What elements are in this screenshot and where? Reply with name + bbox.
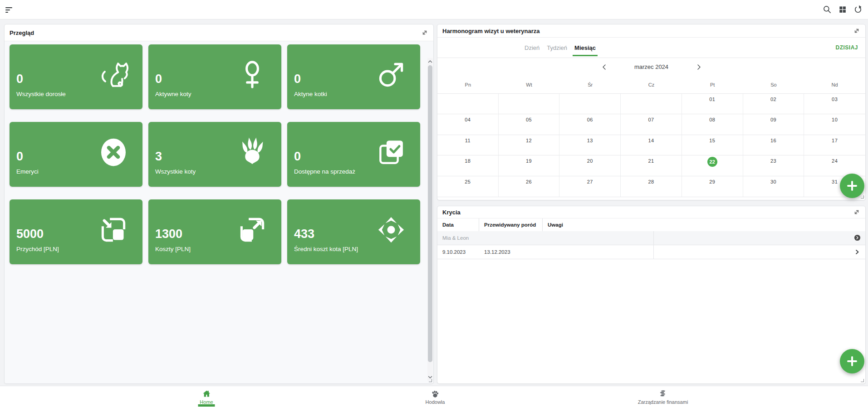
calendar-day-cell[interactable]: 30 <box>743 176 804 197</box>
nav-item-hodowla[interactable]: Hodowla <box>426 386 445 407</box>
calendar-day-cell[interactable]: 19 <box>499 155 560 176</box>
calendar-day-cell[interactable]: 18 <box>437 155 499 176</box>
apps-grid-icon[interactable] <box>838 5 847 14</box>
vet-schedule-panel: Harmonogram wizyt u weterynarza Dzień Ty… <box>437 24 866 200</box>
calendar-day-number: 03 <box>832 97 838 114</box>
matings-header: Krycia <box>437 206 865 218</box>
tab-miesiac[interactable]: Miesiąc <box>571 38 599 58</box>
matings-title: Krycia <box>442 206 461 218</box>
stat-label: Średni koszt kota [PLN] <box>294 246 358 252</box>
calendar-day-cell[interactable] <box>499 94 560 114</box>
calendar-day-cell[interactable]: 12 <box>499 135 560 155</box>
column-header-notes[interactable]: Uwagi <box>543 218 653 231</box>
calendar-day-cell[interactable]: 27 <box>559 176 621 197</box>
next-month-icon[interactable] <box>695 63 702 71</box>
overview-panel-title: Przegląd <box>10 24 34 41</box>
mating-table-row[interactable]: 9.10.2023 13.12.2023 <box>437 245 865 259</box>
calendar-day-cell[interactable]: 09 <box>743 114 804 135</box>
tab-dzien[interactable]: Dzień <box>521 38 543 58</box>
calendar-day-number: 05 <box>526 117 532 134</box>
refresh-icon[interactable] <box>853 5 863 14</box>
calendar-day-cell[interactable]: 20 <box>559 155 621 176</box>
stat-tiles-grid: 0 Wszystkie dorosłe 0 Aktywne koty 0 <box>10 44 420 264</box>
sort-icon[interactable] <box>5 7 13 13</box>
calendar-day-cell[interactable]: 07 <box>621 114 682 135</box>
nav-item-finanse[interactable]: Zarządzanie finansami <box>638 386 688 407</box>
stat-tile-average-cost[interactable]: 433 Średni koszt kota [PLN] <box>287 199 420 264</box>
calendar-day-cell[interactable]: 06 <box>559 114 621 135</box>
calendar-day-cell[interactable]: 22 <box>682 155 743 176</box>
stat-tile-costs[interactable]: 1300 Koszty [PLN] <box>148 199 281 264</box>
calendar-day-cell[interactable]: 04 <box>437 114 499 135</box>
stat-label: Wszystkie koty <box>155 168 196 175</box>
calendar-day-number: 01 <box>709 97 715 114</box>
column-header-data[interactable]: Data <box>437 218 479 231</box>
mating-date: 9.10.2023 <box>437 249 479 255</box>
calendar-day-cell[interactable]: 01 <box>682 94 743 114</box>
resize-grip[interactable] <box>861 195 864 199</box>
expand-panel-icon[interactable] <box>853 209 860 215</box>
collapse-group-ic[interactable] <box>854 234 861 241</box>
calendar-day-cell[interactable]: 11 <box>437 135 499 155</box>
mating-group-row[interactable]: Mia & Leon <box>437 231 865 245</box>
calendar-day-cell[interactable]: 02 <box>743 94 804 114</box>
calendar-day-cell[interactable]: 23 <box>743 155 804 176</box>
calendar-day-cell[interactable]: 17 <box>804 135 865 155</box>
scroll-up-icon[interactable] <box>427 59 433 64</box>
stat-tile-all-cats[interactable]: 3 Wszystkie koty <box>148 122 281 187</box>
stat-value: 0 <box>16 72 23 86</box>
calendar-day-cell[interactable]: 15 <box>682 135 743 155</box>
scrollbar-thumb[interactable] <box>428 65 432 362</box>
weekday-label: Wt <box>499 76 560 93</box>
overview-scrollbar[interactable] <box>427 58 433 381</box>
column-header-expected-birth[interactable]: Przewidywany poród <box>479 218 543 231</box>
calendar-day-cell[interactable]: 03 <box>804 94 865 114</box>
paw-icon <box>431 389 440 398</box>
calendar-day-cell[interactable]: 29 <box>682 176 743 197</box>
calendar-day-number: 13 <box>587 138 593 155</box>
stat-tile-retired[interactable]: 0 Emeryci <box>10 122 142 187</box>
calendar-day-cell[interactable]: 21 <box>621 155 682 176</box>
topbar-actions <box>823 5 863 14</box>
add-mating-fab[interactable] <box>840 349 864 373</box>
resize-grip[interactable] <box>429 379 432 382</box>
add-visit-fab[interactable] <box>840 174 864 198</box>
stat-label: Emeryci <box>16 168 39 175</box>
calendar-day-cell[interactable]: 08 <box>682 114 743 135</box>
calendar-day-cell[interactable]: 16 <box>743 135 804 155</box>
tab-tydzien[interactable]: Tydzień <box>544 38 570 58</box>
calendar-day-cell[interactable] <box>621 94 682 114</box>
stat-label: Dostępne na sprzedaż <box>294 168 355 175</box>
expand-panel-icon[interactable] <box>422 29 428 36</box>
resize-grip[interactable] <box>861 379 864 382</box>
calendar-day-cell[interactable]: 05 <box>499 114 560 135</box>
today-button[interactable]: DZISIAJ <box>835 38 858 58</box>
plus-icon <box>846 180 858 192</box>
calendar-day-cell[interactable]: 24 <box>804 155 865 176</box>
stat-value: 5000 <box>16 227 44 241</box>
calendar-day-cell[interactable] <box>559 94 621 114</box>
plus-icon <box>846 355 858 367</box>
stat-tile-active-females[interactable]: 0 Aktywne koty <box>148 44 281 109</box>
overview-panel-header: Przegląd <box>5 24 433 41</box>
expand-panel-icon[interactable] <box>853 28 860 34</box>
stat-tile-active-males[interactable]: 0 Aktyne kotki <box>287 44 420 109</box>
chevron-right-icon[interactable] <box>853 248 861 256</box>
calendar-day-number: 15 <box>709 138 715 155</box>
calendar-day-cell[interactable]: 10 <box>804 114 865 135</box>
stat-tile-for-sale[interactable]: 0 Dostępne na sprzedaż <box>287 122 420 187</box>
calendar-today-badge: 22 <box>707 157 717 167</box>
calendar-day-cell[interactable] <box>437 94 499 114</box>
stat-value: 0 <box>294 72 301 86</box>
search-icon[interactable] <box>823 5 832 14</box>
calendar-day-cell[interactable]: 26 <box>499 176 560 197</box>
calendar-day-cell[interactable]: 25 <box>437 176 499 197</box>
stat-tile-all-adults[interactable]: 0 Wszystkie dorosłe <box>10 44 142 109</box>
calendar-day-cell[interactable]: 14 <box>621 135 682 155</box>
calendar-day-number: 09 <box>770 117 776 134</box>
weekday-label: Śr <box>559 76 621 93</box>
calendar-day-cell[interactable]: 13 <box>559 135 621 155</box>
calendar-day-cell[interactable]: 28 <box>621 176 682 197</box>
calendar-day-number: 31 <box>832 179 838 197</box>
stat-tile-income[interactable]: 5000 Przychód [PLN] <box>10 199 142 264</box>
